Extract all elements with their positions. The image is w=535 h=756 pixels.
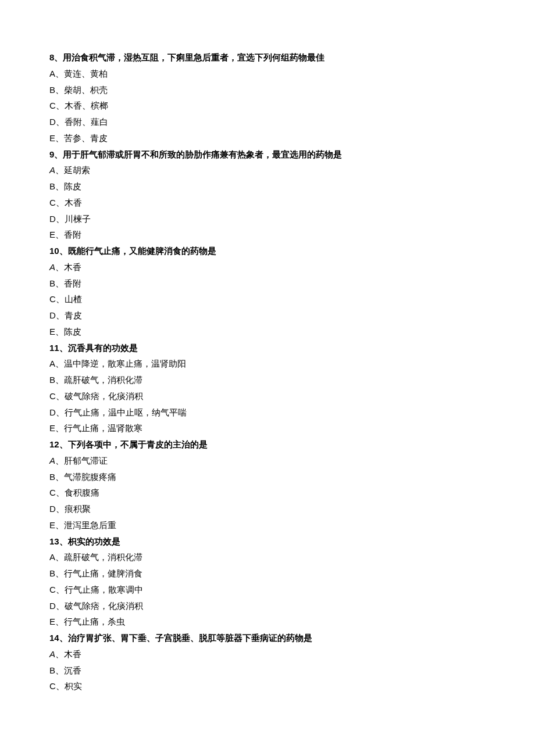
option-text: 行气止痛，健脾消食: [64, 568, 142, 578]
option-separator: 、: [56, 601, 65, 611]
option-letter: D: [49, 214, 56, 224]
option-text: 行气止痛，温肾散寒: [64, 423, 142, 433]
question-option: B、香附: [49, 275, 486, 292]
question-option: C、行气止痛，散寒调中: [49, 582, 486, 598]
question-option: D、青皮: [49, 307, 486, 324]
option-text: 疏肝破气，消积化滞: [64, 552, 142, 562]
option-separator: 、: [56, 681, 65, 691]
option-letter: E: [49, 230, 55, 239]
question-option: D、痕积聚: [49, 501, 486, 517]
option-separator: 、: [55, 552, 64, 562]
option-letter: C: [49, 101, 56, 110]
option-separator: 、: [56, 391, 65, 401]
option-separator: 、: [56, 585, 65, 594]
option-letter: E: [49, 133, 55, 143]
option-text: 行气止痛，温中止呕，纳气平喘: [65, 407, 187, 417]
question-option: A、温中降逆，散寒止痛，温肾助阳: [49, 356, 486, 372]
question-option: E、行气止痛，温肾散寒: [49, 420, 486, 436]
option-letter: D: [49, 601, 56, 611]
option-text: 木香、槟榔: [65, 101, 108, 110]
option-text: 行气止痛，散寒调中: [65, 585, 143, 594]
option-separator: 、: [55, 165, 64, 175]
option-separator: 、: [55, 665, 64, 675]
question-stem: 13、枳实的功效是: [49, 533, 486, 550]
option-text: 香附、薤白: [65, 117, 108, 127]
option-letter: D: [49, 117, 56, 127]
option-letter: A: [49, 649, 55, 659]
question-stem: 12、下列各项中，不属于青皮的主治的是: [49, 436, 486, 453]
option-text: 延胡索: [64, 165, 90, 175]
question-option: D、行气止痛，温中止呕，纳气平喘: [49, 404, 486, 421]
option-letter: B: [49, 278, 55, 288]
option-letter: C: [49, 585, 56, 594]
option-text: 痕积聚: [65, 504, 91, 514]
option-letter: C: [49, 681, 56, 691]
option-letter: C: [49, 294, 56, 304]
option-separator: 、: [55, 181, 64, 191]
option-letter: E: [49, 520, 55, 530]
question-option: C、山楂: [49, 291, 486, 307]
question-option: C、木香、槟榔: [49, 98, 486, 114]
option-separator: 、: [56, 407, 65, 417]
option-text: 泄泻里急后重: [64, 520, 116, 530]
option-text: 破气除痞，化痰消积: [65, 391, 143, 401]
option-separator: 、: [55, 69, 64, 78]
option-separator: 、: [55, 85, 64, 95]
option-text: 山楂: [65, 294, 82, 304]
question-option: A、黄连、黄柏: [49, 66, 486, 82]
question-option: D、香附、薤白: [49, 114, 486, 130]
question-option: A、延胡索: [49, 162, 486, 178]
option-text: 木香: [64, 649, 81, 659]
option-text: 香附: [64, 278, 81, 288]
option-text: 青皮: [65, 310, 82, 320]
question-option: C、破气除痞，化痰消积: [49, 388, 486, 404]
option-letter: A: [49, 69, 55, 78]
option-letter: A: [49, 165, 55, 175]
option-separator: 、: [56, 310, 65, 320]
question-option: A、肝郁气滞证: [49, 453, 486, 469]
question-option: B、沉香: [49, 662, 486, 679]
option-letter: C: [49, 198, 56, 207]
question-option: E、行气止痛，杀虫: [49, 614, 486, 630]
question-option: B、疏肝破气，消积化滞: [49, 372, 486, 388]
option-letter: D: [49, 407, 56, 417]
option-separator: 、: [56, 198, 65, 207]
option-letter: B: [49, 568, 55, 578]
option-text: 木香: [64, 262, 81, 272]
option-text: 柴胡、枳壳: [64, 85, 108, 95]
option-separator: 、: [56, 101, 65, 110]
question-option: D、川楝子: [49, 211, 486, 227]
option-letter: E: [49, 423, 55, 433]
option-letter: B: [49, 665, 55, 675]
option-text: 陈皮: [64, 181, 81, 191]
option-letter: A: [49, 359, 55, 368]
option-separator: 、: [55, 133, 64, 143]
option-letter: B: [49, 472, 55, 482]
option-letter: C: [49, 488, 56, 497]
option-letter: B: [49, 181, 55, 191]
option-text: 温中降逆，散寒止痛，温肾助阳: [64, 359, 186, 368]
option-separator: 、: [55, 230, 64, 239]
option-separator: 、: [56, 117, 65, 127]
question-option: C、食积腹痛: [49, 485, 486, 501]
option-text: 气滞脘腹疼痛: [64, 472, 116, 482]
option-text: 香附: [64, 230, 81, 239]
option-text: 苦参、青皮: [64, 133, 108, 143]
question-option: A、木香: [49, 646, 486, 662]
option-separator: 、: [55, 375, 64, 385]
question-option: B、陈皮: [49, 178, 486, 195]
option-text: 行气止痛，杀虫: [64, 617, 125, 626]
option-separator: 、: [55, 456, 64, 465]
option-separator: 、: [55, 278, 64, 288]
option-letter: A: [49, 552, 55, 562]
option-letter: C: [49, 391, 56, 401]
option-text: 陈皮: [64, 327, 81, 336]
option-separator: 、: [55, 359, 64, 368]
option-letter: B: [49, 85, 55, 95]
option-letter: D: [49, 310, 56, 320]
option-letter: B: [49, 375, 55, 385]
option-text: 沉香: [64, 665, 81, 675]
option-text: 木香: [65, 198, 82, 207]
question-option: D、破气除痞，化痰消积: [49, 598, 486, 614]
option-separator: 、: [56, 488, 65, 497]
